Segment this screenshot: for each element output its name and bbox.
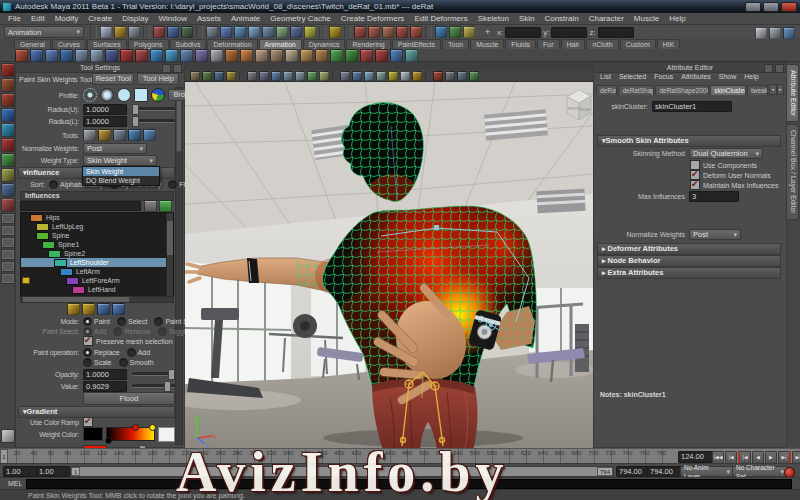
ae-menu-attributes[interactable]: Attributes: [677, 73, 715, 82]
select-tool-icon[interactable]: [1, 63, 15, 77]
viewport-toolbar-icon[interactable]: [388, 71, 398, 81]
anim-layer-dropdown[interactable]: No Anim Layer: [680, 466, 734, 477]
section-header-extra-attributes[interactable]: Extra Attributes: [597, 267, 781, 279]
paint-tool-icon-3[interactable]: [113, 129, 126, 141]
shelf-icon[interactable]: [195, 49, 208, 62]
shelf-tab-toon[interactable]: Toon: [442, 39, 469, 49]
paint-operation-option-scale[interactable]: Scale: [83, 358, 112, 367]
influence-row-leftupleg[interactable]: LeftUpLeg: [21, 222, 173, 231]
status-line-icon[interactable]: [410, 26, 422, 38]
status-line-icon[interactable]: [304, 26, 316, 38]
brush-profile-gaussian-icon[interactable]: [83, 88, 97, 102]
influence-row-hips[interactable]: Hips: [21, 213, 173, 222]
influence-list-scrollbar[interactable]: [166, 213, 173, 296]
animation-start-field[interactable]: 1.00: [3, 466, 37, 477]
skincluster-name-input[interactable]: skinCluster1: [652, 101, 732, 112]
shelf-icon[interactable]: [210, 49, 223, 62]
close-panel-icon[interactable]: [173, 64, 182, 73]
shelf-icon[interactable]: [375, 49, 388, 62]
shelf-icon[interactable]: [390, 49, 403, 62]
persp-graph-layout[interactable]: [1, 261, 15, 272]
viewport-toolbar-icon[interactable]: [340, 71, 350, 81]
paint-tool-icon-5[interactable]: [143, 129, 156, 141]
menu-edit[interactable]: Edit: [26, 14, 50, 23]
viewport-toolbar-icon[interactable]: [283, 71, 293, 81]
current-tool-paint-skin-weights-icon[interactable]: [1, 198, 15, 212]
influence-list-hscrollbar[interactable]: [20, 296, 174, 303]
menu-edit-deformers[interactable]: Edit Deformers: [409, 14, 472, 23]
shelf-tab-fluids[interactable]: Fluids: [505, 39, 536, 49]
menu-window[interactable]: Window: [154, 14, 192, 23]
viewport-toolbar-icon[interactable]: [400, 71, 410, 81]
panel-toggle-icon[interactable]: [769, 27, 781, 39]
hypershade-persp-layout[interactable]: [1, 249, 15, 260]
rotate-tool-icon[interactable]: [1, 123, 15, 137]
weight-color-swatch[interactable]: [83, 427, 103, 441]
paint-tool-icon-4[interactable]: [128, 129, 141, 141]
x-input[interactable]: [505, 27, 541, 38]
ae-menu-selected[interactable]: Selected: [615, 73, 650, 82]
menu-skeleton[interactable]: Skeleton: [473, 14, 514, 23]
shelf-icon[interactable]: [180, 49, 193, 62]
shelf-tab-ncloth[interactable]: nCloth: [586, 39, 618, 49]
paste-weights-icon[interactable]: [112, 303, 125, 315]
status-line-icon[interactable]: [153, 26, 165, 38]
ae-tab-skincluster1[interactable]: skinCluster1: [710, 85, 746, 95]
influence-row-leftshoulder[interactable]: LeftShoulder: [21, 258, 173, 267]
lasso-select-tool-icon[interactable]: [1, 78, 15, 92]
viewport-toolbar-icon[interactable]: [457, 71, 467, 81]
status-line-icon[interactable]: [354, 26, 366, 38]
status-line-icon[interactable]: [206, 26, 218, 38]
status-line-icon[interactable]: [234, 26, 246, 38]
shelf-icon[interactable]: [285, 49, 298, 62]
brush-profile-file-icon[interactable]: [151, 88, 165, 102]
panel-toggle-icon[interactable]: [755, 27, 767, 39]
shelf-icon[interactable]: [150, 49, 163, 62]
menu-geometry-cache[interactable]: Geometry Cache: [265, 14, 335, 23]
universal-manipulator-tool-icon[interactable]: [1, 153, 15, 167]
soft-modification-tool-icon[interactable]: [1, 168, 15, 182]
ae-menu-list[interactable]: List: [596, 73, 615, 82]
time-slider-ticks[interactable]: 2040608010012014016018020022024026028030…: [0, 449, 674, 464]
viewport-toolbar-icon[interactable]: [433, 71, 443, 81]
viewport-toolbar-icon[interactable]: [445, 71, 455, 81]
shelf-tab-muscle[interactable]: Muscle: [470, 39, 504, 49]
ae-tab-scroll-right-icon[interactable]: ▸: [777, 84, 784, 95]
shelf-tab-surfaces[interactable]: Surfaces: [87, 39, 127, 49]
shelf-icon[interactable]: [105, 49, 118, 62]
z-input[interactable]: [598, 27, 634, 38]
menu-create[interactable]: Create: [83, 14, 117, 23]
status-line-icon[interactable]: [276, 26, 288, 38]
normalize-weights-dropdown[interactable]: Post: [83, 143, 147, 154]
add-influence-icon[interactable]: [159, 200, 172, 212]
paint-select-option-remove[interactable]: Remove: [113, 327, 150, 336]
value-input[interactable]: 0.9029: [83, 381, 127, 392]
shelf-tab-polygons[interactable]: Polygons: [128, 39, 169, 49]
status-line-icon[interactable]: [114, 26, 126, 38]
shelf-icon[interactable]: [255, 49, 268, 62]
radius-u-input[interactable]: 1.0000: [83, 104, 127, 115]
status-line-icon[interactable]: [248, 26, 260, 38]
paint-operation-option-smooth[interactable]: Smooth: [119, 358, 154, 367]
lock-influence-icon[interactable]: [67, 303, 80, 315]
radius-l-input[interactable]: 1.0000: [83, 116, 127, 127]
copy-weights-icon[interactable]: [97, 303, 110, 315]
status-line-icon[interactable]: [396, 26, 408, 38]
status-line-icon[interactable]: [368, 26, 380, 38]
shelf-tab-rendering[interactable]: Rendering: [346, 39, 390, 49]
tool-help-button[interactable]: Tool Help: [137, 73, 179, 85]
viewport-toolbar-icon[interactable]: [202, 71, 212, 81]
mode-option-paint[interactable]: Paint: [83, 317, 110, 326]
radius-u-slider[interactable]: [132, 107, 175, 111]
shelf-icon[interactable]: [360, 49, 373, 62]
paint-tool-icon-2[interactable]: [98, 129, 111, 141]
flood-button[interactable]: Flood: [83, 392, 175, 405]
shelf-icon[interactable]: [60, 49, 73, 62]
viewport-toolbar-icon[interactable]: [364, 71, 374, 81]
shelf-icon[interactable]: [240, 49, 253, 62]
shelf-tab-hair[interactable]: Hair: [561, 39, 586, 49]
influence-row-leftforearm[interactable]: LeftForeArm: [21, 276, 173, 285]
menu-set-selector[interactable]: Animation: [4, 26, 84, 38]
unlock-influence-icon[interactable]: [82, 303, 95, 315]
paint-operation-option-add[interactable]: Add: [127, 348, 150, 357]
